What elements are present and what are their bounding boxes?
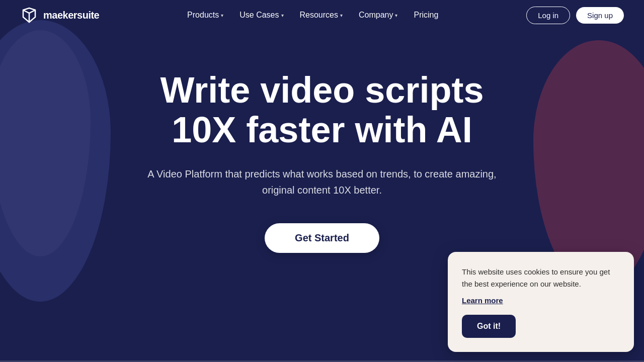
hero-title: Write video scripts 10X faster with AI [160, 70, 484, 150]
nav-item-products[interactable]: Products ▾ [181, 8, 229, 23]
nav-buttons: Log in Sign up [526, 7, 624, 24]
login-button[interactable]: Log in [526, 7, 570, 24]
nav-item-resources[interactable]: Resources ▾ [294, 8, 349, 23]
hero-section: Write video scripts 10X faster with AI A… [0, 30, 644, 283]
hero-subtitle: A Video Platform that predicts what work… [141, 166, 503, 198]
nav-item-pricing[interactable]: Pricing [408, 8, 444, 23]
signup-button[interactable]: Sign up [576, 7, 624, 24]
nav-item-company[interactable]: Company ▾ [353, 8, 404, 23]
logo-text: maekersuite [43, 10, 99, 21]
chevron-down-icon: ▾ [395, 13, 397, 18]
get-started-button[interactable]: Get Started [265, 223, 379, 253]
cookie-got-it-button[interactable]: Got it! [462, 315, 516, 338]
chevron-down-icon: ▾ [281, 13, 284, 18]
cookie-message: This website uses cookies to ensure you … [462, 266, 620, 290]
nav-item-usecases[interactable]: Use Cases ▾ [233, 8, 289, 23]
logo[interactable]: maekersuite [20, 6, 99, 24]
nav-links: Products ▾ Use Cases ▾ Resources ▾ Compa… [181, 8, 444, 23]
chevron-down-icon: ▾ [340, 13, 343, 18]
cookie-banner: This website uses cookies to ensure you … [448, 252, 634, 352]
logo-icon [20, 6, 38, 24]
navbar: maekersuite Products ▾ Use Cases ▾ Resou… [0, 0, 644, 30]
cookie-learn-more-link[interactable]: Learn more [462, 296, 620, 305]
chevron-down-icon: ▾ [221, 13, 223, 18]
